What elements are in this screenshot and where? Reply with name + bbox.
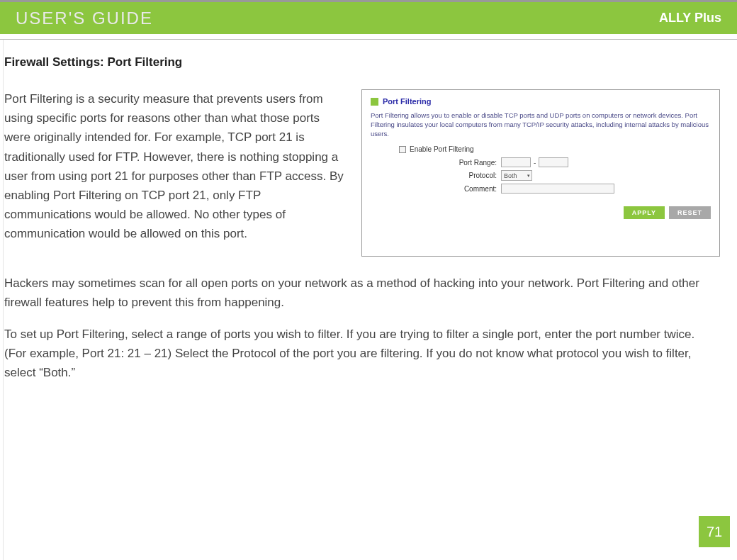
port-range-separator: - bbox=[534, 159, 536, 167]
protocol-label: Protocol: bbox=[440, 172, 497, 179]
protocol-row: Protocol: Both ▾ bbox=[440, 170, 711, 181]
left-margin-rule bbox=[3, 40, 4, 560]
doc-title: USER'S GUIDE bbox=[16, 9, 153, 28]
section-title: Firewall Settings: Port Filtering bbox=[4, 55, 720, 69]
paragraph-3: To set up Port Filtering, select a range… bbox=[4, 325, 720, 383]
port-range-end-input[interactable] bbox=[539, 157, 568, 167]
product-name: ALLY Plus bbox=[659, 11, 721, 26]
pf-title: Port Filtering bbox=[383, 97, 431, 106]
comment-input[interactable] bbox=[501, 184, 614, 194]
enable-row: Enable Port Filtering bbox=[399, 145, 711, 153]
pf-description: Port Filtering allows you to enable or d… bbox=[371, 111, 711, 138]
page-content: Firewall Settings: Port Filtering Port F… bbox=[0, 40, 737, 382]
port-range-row: Port Range: - bbox=[440, 157, 711, 167]
enable-port-filtering-checkbox[interactable] bbox=[399, 146, 406, 153]
page-number: 71 bbox=[699, 516, 730, 547]
green-square-icon bbox=[371, 98, 378, 106]
header-underline bbox=[0, 34, 737, 40]
embedded-screenshot: Port Filtering Port Filtering allows you… bbox=[361, 89, 720, 257]
paragraph-2: Hackers may sometimes scan for all open … bbox=[4, 274, 720, 312]
chevron-down-icon: ▾ bbox=[527, 173, 530, 179]
comment-label: Comment: bbox=[440, 185, 497, 193]
intro-row: Port Filtering is a security measure tha… bbox=[4, 89, 720, 257]
enable-label: Enable Port Filtering bbox=[410, 145, 474, 153]
apply-button[interactable]: APPLY bbox=[624, 206, 665, 219]
header-bar: USER'S GUIDE ALLY Plus bbox=[0, 0, 737, 34]
reset-button[interactable]: RESET bbox=[669, 206, 711, 219]
paragraph-1: Port Filtering is a security measure tha… bbox=[4, 89, 349, 244]
port-range-start-input[interactable] bbox=[501, 157, 531, 167]
protocol-value: Both bbox=[504, 172, 517, 179]
pf-button-row: APPLY RESET bbox=[371, 206, 711, 219]
pf-title-row: Port Filtering bbox=[371, 97, 711, 106]
pf-form: Port Range: - Protocol: Both ▾ Comment: bbox=[440, 157, 711, 194]
comment-row: Comment: bbox=[440, 184, 711, 194]
protocol-select[interactable]: Both ▾ bbox=[501, 170, 532, 181]
port-range-label: Port Range: bbox=[440, 159, 497, 167]
